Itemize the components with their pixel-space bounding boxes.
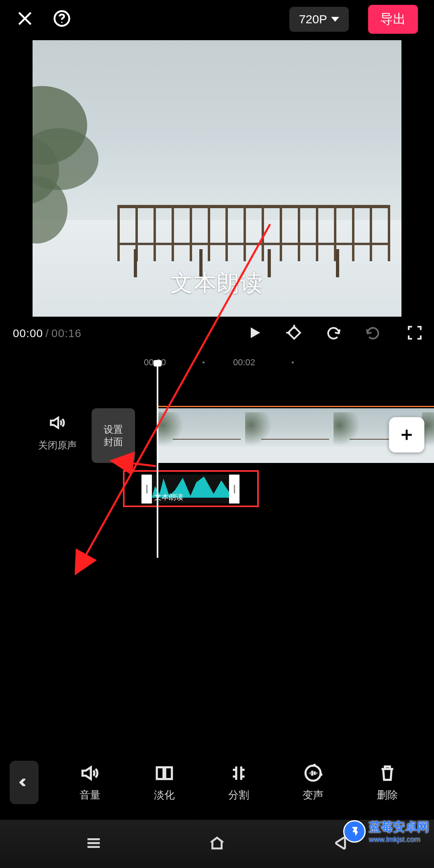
- tool-fade[interactable]: 淡化: [154, 763, 175, 802]
- ruler-dot: [203, 362, 205, 364]
- chevron-down-icon: [331, 17, 339, 22]
- tool-label: 分割: [228, 788, 249, 802]
- tool-label: 删除: [377, 788, 398, 802]
- keyframe-button[interactable]: [286, 325, 302, 342]
- timeline-ruler[interactable]: 00:00 00:02: [0, 353, 434, 372]
- tool-split[interactable]: 分割: [228, 763, 249, 802]
- video-thumbnail: [245, 408, 334, 463]
- resolution-dropdown[interactable]: 720P: [289, 7, 349, 32]
- tool-delete[interactable]: 删除: [377, 763, 398, 802]
- tool-label: 音量: [80, 788, 100, 802]
- svg-rect-7: [165, 767, 172, 779]
- tool-voice-change[interactable]: 变声: [303, 763, 323, 802]
- tool-label: 淡化: [154, 788, 175, 802]
- svg-rect-6: [157, 767, 164, 779]
- redo-button[interactable]: [365, 325, 381, 342]
- clip-handle-right[interactable]: [229, 475, 240, 504]
- watermark: 蓝莓安卓网 www.lmkjst.com: [343, 819, 429, 844]
- preview-overlay-text: 文本朗读: [170, 268, 264, 299]
- ruler-dot: [292, 362, 294, 364]
- audio-clip[interactable]: 文本朗读: [141, 475, 240, 504]
- mute-original-audio[interactable]: 关闭原声: [31, 414, 84, 452]
- video-preview[interactable]: 文本朗读: [33, 40, 401, 317]
- watermark-url: www.lmkjst.com: [369, 835, 429, 844]
- nav-home-button[interactable]: [208, 834, 226, 854]
- tool-volume[interactable]: 音量: [80, 763, 100, 802]
- time-display: 00:00/00:16: [13, 327, 82, 340]
- playhead[interactable]: [157, 361, 158, 558]
- add-clip-button[interactable]: [389, 417, 424, 452]
- fullscreen-button[interactable]: [407, 325, 423, 342]
- export-button[interactable]: 导出: [368, 5, 418, 34]
- help-button[interactable]: [53, 10, 71, 29]
- total-time: 00:16: [51, 327, 82, 340]
- ruler-tick: 00:02: [233, 357, 255, 368]
- marker-line: [157, 406, 434, 407]
- mute-label: 关闭原声: [31, 439, 84, 452]
- video-thumbnail: [157, 408, 245, 463]
- nav-menu-button[interactable]: [84, 834, 103, 854]
- watermark-icon: [343, 820, 366, 843]
- tool-label: 变声: [303, 788, 323, 802]
- toolbar-back-button[interactable]: [10, 761, 39, 804]
- audio-clip-label: 文本朗读: [154, 492, 183, 502]
- clip-handle-left[interactable]: [141, 475, 152, 504]
- watermark-title: 蓝莓安卓网: [369, 819, 429, 835]
- play-button[interactable]: [247, 325, 263, 342]
- undo-button[interactable]: [326, 325, 342, 342]
- resolution-label: 720P: [299, 12, 327, 26]
- svg-point-1: [61, 22, 62, 23]
- set-cover-button[interactable]: 设置 封面: [92, 408, 135, 463]
- close-button[interactable]: [16, 10, 34, 29]
- current-time: 00:00: [13, 327, 43, 340]
